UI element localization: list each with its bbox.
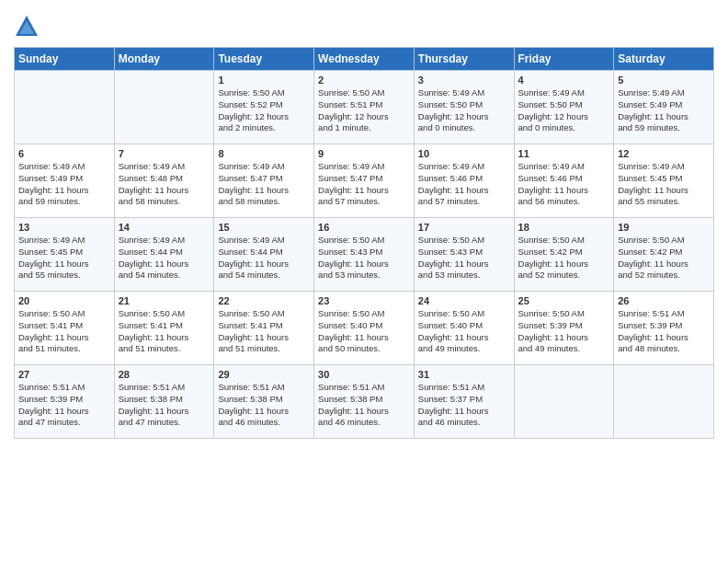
logo-icon <box>14 14 40 40</box>
week-row-4: 20Sunrise: 5:50 AM Sunset: 5:41 PM Dayli… <box>15 292 714 365</box>
week-row-1: 1Sunrise: 5:50 AM Sunset: 5:52 PM Daylig… <box>15 71 714 144</box>
day-number: 2 <box>318 75 410 86</box>
day-number: 13 <box>18 222 110 233</box>
calendar-cell: 12Sunrise: 5:49 AM Sunset: 5:45 PM Dayli… <box>614 144 714 218</box>
day-number: 18 <box>518 222 610 233</box>
day-number: 8 <box>218 148 310 159</box>
logo <box>14 14 42 40</box>
day-number: 19 <box>618 222 710 233</box>
day-info: Sunrise: 5:49 AM Sunset: 5:47 PM Dayligh… <box>218 161 310 208</box>
calendar-cell: 7Sunrise: 5:49 AM Sunset: 5:48 PM Daylig… <box>114 144 214 218</box>
calendar-cell: 30Sunrise: 5:51 AM Sunset: 5:38 PM Dayli… <box>314 365 415 439</box>
day-number: 9 <box>318 148 410 159</box>
day-number: 25 <box>518 295 610 306</box>
day-info: Sunrise: 5:49 AM Sunset: 5:44 PM Dayligh… <box>218 235 310 282</box>
week-row-3: 13Sunrise: 5:49 AM Sunset: 5:45 PM Dayli… <box>15 218 714 292</box>
calendar-cell: 2Sunrise: 5:50 AM Sunset: 5:51 PM Daylig… <box>314 71 415 144</box>
day-number: 28 <box>119 369 210 380</box>
calendar-cell <box>614 365 714 439</box>
day-info: Sunrise: 5:51 AM Sunset: 5:38 PM Dayligh… <box>119 382 210 429</box>
day-info: Sunrise: 5:49 AM Sunset: 5:46 PM Dayligh… <box>518 161 610 208</box>
weekday-header-friday: Friday <box>514 48 614 71</box>
day-info: Sunrise: 5:50 AM Sunset: 5:51 PM Dayligh… <box>318 87 410 134</box>
day-info: Sunrise: 5:50 AM Sunset: 5:42 PM Dayligh… <box>618 235 710 282</box>
calendar-cell: 10Sunrise: 5:49 AM Sunset: 5:46 PM Dayli… <box>414 144 514 218</box>
calendar-cell: 14Sunrise: 5:49 AM Sunset: 5:44 PM Dayli… <box>114 218 214 292</box>
weekday-header-wednesday: Wednesday <box>314 48 415 71</box>
day-info: Sunrise: 5:49 AM Sunset: 5:45 PM Dayligh… <box>618 161 710 208</box>
day-info: Sunrise: 5:49 AM Sunset: 5:50 PM Dayligh… <box>418 87 510 134</box>
page: SundayMondayTuesdayWednesdayThursdayFrid… <box>0 0 728 563</box>
calendar-cell: 15Sunrise: 5:49 AM Sunset: 5:44 PM Dayli… <box>214 218 314 292</box>
calendar-table: SundayMondayTuesdayWednesdayThursdayFrid… <box>14 47 714 439</box>
day-info: Sunrise: 5:50 AM Sunset: 5:41 PM Dayligh… <box>119 308 210 355</box>
day-number: 20 <box>18 295 110 306</box>
header <box>14 9 714 40</box>
day-info: Sunrise: 5:51 AM Sunset: 5:39 PM Dayligh… <box>18 382 110 429</box>
day-info: Sunrise: 5:51 AM Sunset: 5:37 PM Dayligh… <box>418 382 510 429</box>
header-row: SundayMondayTuesdayWednesdayThursdayFrid… <box>15 48 714 71</box>
calendar-cell: 27Sunrise: 5:51 AM Sunset: 5:39 PM Dayli… <box>15 365 115 439</box>
day-info: Sunrise: 5:50 AM Sunset: 5:40 PM Dayligh… <box>318 308 410 355</box>
calendar-cell: 5Sunrise: 5:49 AM Sunset: 5:49 PM Daylig… <box>614 71 714 144</box>
calendar-cell: 3Sunrise: 5:49 AM Sunset: 5:50 PM Daylig… <box>414 71 514 144</box>
day-info: Sunrise: 5:51 AM Sunset: 5:38 PM Dayligh… <box>318 382 410 429</box>
day-number: 30 <box>318 369 410 380</box>
day-info: Sunrise: 5:50 AM Sunset: 5:41 PM Dayligh… <box>218 308 310 355</box>
day-number: 26 <box>618 295 710 306</box>
day-number: 6 <box>18 148 110 159</box>
day-info: Sunrise: 5:49 AM Sunset: 5:46 PM Dayligh… <box>418 161 510 208</box>
day-info: Sunrise: 5:49 AM Sunset: 5:49 PM Dayligh… <box>618 87 710 134</box>
day-number: 16 <box>318 222 410 233</box>
day-number: 17 <box>418 222 510 233</box>
calendar-cell: 25Sunrise: 5:50 AM Sunset: 5:39 PM Dayli… <box>514 292 614 365</box>
calendar-cell <box>514 365 614 439</box>
day-number: 31 <box>418 369 510 380</box>
calendar-cell: 9Sunrise: 5:49 AM Sunset: 5:47 PM Daylig… <box>314 144 415 218</box>
day-number: 23 <box>318 295 410 306</box>
weekday-header-monday: Monday <box>114 48 214 71</box>
day-info: Sunrise: 5:50 AM Sunset: 5:41 PM Dayligh… <box>18 308 110 355</box>
weekday-header-saturday: Saturday <box>614 48 714 71</box>
day-number: 21 <box>119 295 210 306</box>
day-info: Sunrise: 5:51 AM Sunset: 5:39 PM Dayligh… <box>618 308 710 355</box>
day-info: Sunrise: 5:51 AM Sunset: 5:38 PM Dayligh… <box>218 382 310 429</box>
calendar-cell: 18Sunrise: 5:50 AM Sunset: 5:42 PM Dayli… <box>514 218 614 292</box>
day-number: 29 <box>218 369 310 380</box>
calendar-cell: 22Sunrise: 5:50 AM Sunset: 5:41 PM Dayli… <box>214 292 314 365</box>
day-info: Sunrise: 5:49 AM Sunset: 5:48 PM Dayligh… <box>119 161 210 208</box>
calendar-cell: 19Sunrise: 5:50 AM Sunset: 5:42 PM Dayli… <box>614 218 714 292</box>
day-number: 10 <box>418 148 510 159</box>
calendar-cell: 20Sunrise: 5:50 AM Sunset: 5:41 PM Dayli… <box>15 292 115 365</box>
day-number: 4 <box>518 75 610 86</box>
day-number: 1 <box>218 75 310 86</box>
day-info: Sunrise: 5:49 AM Sunset: 5:49 PM Dayligh… <box>18 161 110 208</box>
day-number: 14 <box>119 222 210 233</box>
calendar-cell: 13Sunrise: 5:49 AM Sunset: 5:45 PM Dayli… <box>15 218 115 292</box>
day-number: 12 <box>618 148 710 159</box>
day-info: Sunrise: 5:49 AM Sunset: 5:44 PM Dayligh… <box>119 235 210 282</box>
day-number: 24 <box>418 295 510 306</box>
calendar-cell <box>15 71 115 144</box>
day-number: 27 <box>18 369 110 380</box>
week-row-5: 27Sunrise: 5:51 AM Sunset: 5:39 PM Dayli… <box>15 365 714 439</box>
day-info: Sunrise: 5:49 AM Sunset: 5:47 PM Dayligh… <box>318 161 410 208</box>
day-number: 5 <box>618 75 710 86</box>
day-number: 11 <box>518 148 610 159</box>
calendar-cell: 24Sunrise: 5:50 AM Sunset: 5:40 PM Dayli… <box>414 292 514 365</box>
calendar-cell: 23Sunrise: 5:50 AM Sunset: 5:40 PM Dayli… <box>314 292 415 365</box>
calendar-cell: 8Sunrise: 5:49 AM Sunset: 5:47 PM Daylig… <box>214 144 314 218</box>
day-info: Sunrise: 5:50 AM Sunset: 5:42 PM Dayligh… <box>518 235 610 282</box>
day-info: Sunrise: 5:49 AM Sunset: 5:45 PM Dayligh… <box>18 235 110 282</box>
calendar-cell: 11Sunrise: 5:49 AM Sunset: 5:46 PM Dayli… <box>514 144 614 218</box>
calendar-cell: 1Sunrise: 5:50 AM Sunset: 5:52 PM Daylig… <box>214 71 314 144</box>
calendar-cell <box>114 71 214 144</box>
calendar-cell: 29Sunrise: 5:51 AM Sunset: 5:38 PM Dayli… <box>214 365 314 439</box>
weekday-header-tuesday: Tuesday <box>214 48 314 71</box>
calendar-cell: 17Sunrise: 5:50 AM Sunset: 5:43 PM Dayli… <box>414 218 514 292</box>
day-info: Sunrise: 5:50 AM Sunset: 5:52 PM Dayligh… <box>218 87 310 134</box>
day-info: Sunrise: 5:50 AM Sunset: 5:39 PM Dayligh… <box>518 308 610 355</box>
calendar-cell: 16Sunrise: 5:50 AM Sunset: 5:43 PM Dayli… <box>314 218 415 292</box>
day-info: Sunrise: 5:50 AM Sunset: 5:43 PM Dayligh… <box>418 235 510 282</box>
day-number: 15 <box>218 222 310 233</box>
